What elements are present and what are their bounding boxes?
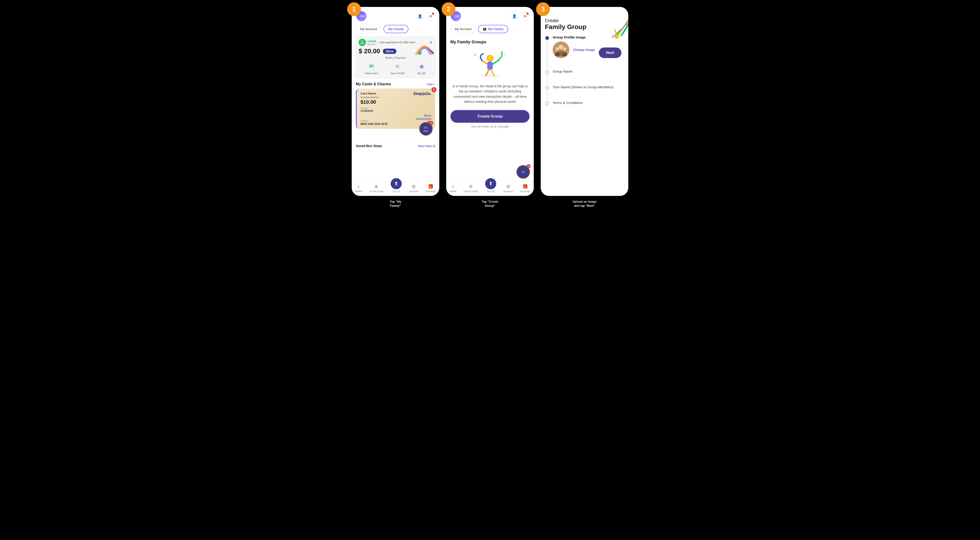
cards-section: My Cards & Charms Add + Card Name Availa…: [352, 79, 439, 129]
tl-item-1: Group Profile Image: [545, 35, 624, 68]
family-groups-title: My Family Groups: [450, 40, 530, 45]
svg-point-15: [614, 34, 619, 39]
tl-line-2: [545, 69, 549, 84]
screen2-phone: CHA 👤 ✉ My Account 👨‍👩‍👧 My Family: [446, 7, 534, 196]
svg-line-16: [614, 30, 617, 34]
svg-point-23: [555, 52, 560, 56]
topup-icon: ⬆: [391, 178, 402, 189]
saved-bus-row: Saved Bus Stops Save New ⊡: [352, 140, 439, 149]
ezlink-banner: ezlink ezlink WALLET – turn payments int…: [355, 36, 436, 79]
cards-title: My Cards & Charms: [356, 82, 391, 86]
family-icon-tab: 👨‍👩‍👧: [483, 27, 487, 31]
gift-icon: 🎁: [428, 184, 434, 189]
scan-sgqr-btn[interactable]: ⊡ Scan SGQR: [391, 62, 405, 75]
screen1-phone: CHA 👤 ✉ My Account My Family: [352, 7, 439, 196]
s2-tab-row: My Account 👨‍👩‍👧 My Family: [446, 24, 534, 36]
expires-section: Expires 21/08/2026: [361, 107, 431, 112]
bottom-nav-2: ⌂ Home ⊕ Travel Guide ⬆ Top Up ⊞ Service…: [446, 181, 534, 196]
s2-nav-services[interactable]: ⊞ Services: [503, 184, 513, 193]
annotation-1: Tap "My Family": [384, 198, 407, 209]
s2-nav-travel[interactable]: ⊕ Travel Guide: [464, 184, 478, 193]
step1-number: 1: [347, 2, 361, 16]
max-groups-note: You can have up to 2 groups: [450, 125, 530, 128]
close-play-btn[interactable]: ✕: [429, 121, 433, 125]
nav-topup-1[interactable]: ⬆ Top Up: [391, 184, 402, 193]
tl-connector-3: [547, 91, 547, 100]
s2-tab-my-family[interactable]: 👨‍👩‍👧 My Family: [478, 25, 508, 33]
pimg-row: ✕ Change image Next: [553, 41, 621, 58]
grid-icon: ⊞: [412, 184, 416, 189]
tab-row: My Account My Family: [352, 24, 439, 36]
game-icon: 🎮: [424, 126, 428, 130]
s2-mail-icon[interactable]: ✉: [521, 12, 529, 20]
svg-rect-8: [487, 62, 493, 70]
tl-dot-2: [545, 70, 549, 74]
tab-my-family[interactable]: My Family: [383, 25, 409, 33]
nav-travel-1[interactable]: ⊕ Travel Guide: [369, 184, 384, 193]
notification-dot: [432, 13, 434, 14]
tl-item-3: Your Name (Shown to Group Members): [545, 85, 624, 100]
mail-icon[interactable]: ✉: [426, 12, 435, 20]
tl-line-1: [545, 35, 549, 68]
your-name-label: Your Name (Shown to Group Members): [553, 85, 614, 89]
s2-nav-rewards[interactable]: 🎁 Rewards: [520, 184, 530, 193]
compass-icon: ⊕: [374, 184, 378, 189]
my-qr-btn[interactable]: ▦ My QR: [417, 62, 426, 75]
create-group-button[interactable]: Create Group: [450, 110, 530, 123]
tl-dot-4: [545, 102, 549, 105]
delete-card-btn[interactable]: ✕: [431, 87, 436, 92]
s2-close-play-btn[interactable]: ✕: [527, 164, 531, 168]
rainbow-decoration: [413, 40, 434, 54]
nav-services-1[interactable]: ⊞ Services: [409, 184, 418, 193]
tl-line-3: [545, 85, 549, 100]
saved-bus-label: Saved Bus Stops: [356, 144, 382, 148]
s2-header-icons: 👤 ✉: [510, 12, 529, 20]
bottom-nav-1: ⌂ Home ⊕ Travel Guide ⬆ Top Up ⊞ Service…: [352, 181, 439, 196]
next-button[interactable]: Next: [599, 48, 622, 58]
annotation-2: Tap "Create Group": [479, 198, 501, 209]
svg-point-21: [556, 47, 559, 51]
screen3-phone: < Create Family Group: [541, 7, 628, 196]
s2-game-icon: 🎮: [521, 170, 525, 174]
change-image-btn[interactable]: Change image: [573, 48, 595, 52]
virtual-card-btn[interactable]: 🪪 Virtual Card: [365, 62, 378, 75]
save-new-btn[interactable]: Save New ⊡: [418, 144, 435, 148]
payment-icons-row: 🪪 Virtual Card ⊡ Scan SGQR ▦ My QR: [359, 61, 433, 76]
can-section: CAN ID 8000 1000 3242 5678: [361, 120, 387, 126]
svg-text:CHA: CHA: [454, 15, 459, 18]
s2-nav-home[interactable]: ⌂ Home: [450, 184, 457, 193]
tl-dot-1: [545, 36, 549, 40]
svg-point-22: [563, 47, 566, 51]
balance-amount: $ 20.00: [359, 48, 380, 55]
svg-text:CHA: CHA: [360, 15, 364, 18]
tl-connector-2: [547, 75, 547, 84]
s2-tab-my-account[interactable]: My Account: [450, 25, 476, 33]
s2-play-area: ✕ 🎮 Home: [446, 165, 534, 181]
svg-point-6: [481, 74, 499, 77]
play-badge[interactable]: ✕ 🎮 Play!: [419, 122, 433, 136]
step3-wrapper: 3 < Create Family Group: [541, 7, 628, 209]
screens-container: 1 CHA 👤 ✉: [352, 7, 628, 209]
qr-icon: ▦: [417, 62, 426, 71]
s3-form: Group Profile Image: [541, 33, 628, 196]
profile-icon[interactable]: 👤: [416, 12, 424, 20]
tl-item-4: Terms & Conditions: [545, 101, 624, 105]
nav-home-1[interactable]: ⌂ Home: [355, 184, 362, 193]
card-name-group: Card Name Available Balance $10.00: [361, 92, 379, 105]
cards-header: My Cards & Charms Add +: [356, 82, 435, 86]
s2-nav-topup[interactable]: ⬆ Top Up: [485, 184, 496, 193]
svg-line-10: [493, 60, 499, 64]
svg-text:★: ★: [474, 53, 477, 57]
add-button[interactable]: Add +: [427, 83, 435, 86]
s3-decorative: [598, 16, 628, 39]
s2-play-badge[interactable]: ✕ 🎮 Home: [516, 165, 530, 179]
more-button[interactable]: More: [383, 49, 396, 54]
tl-connector-1: [547, 41, 547, 68]
tab-my-account[interactable]: My Account: [356, 25, 381, 33]
s2-header: CHA 👤 ✉: [446, 7, 534, 24]
nav-rewards-1[interactable]: 🎁 Rewards: [426, 184, 436, 193]
s2-profile-icon[interactable]: 👤: [510, 12, 519, 20]
svg-point-24: [562, 52, 567, 56]
s3-header-area: Create Family Group: [541, 18, 628, 33]
your-name-section: Your Name (Shown to Group Members): [553, 85, 614, 100]
